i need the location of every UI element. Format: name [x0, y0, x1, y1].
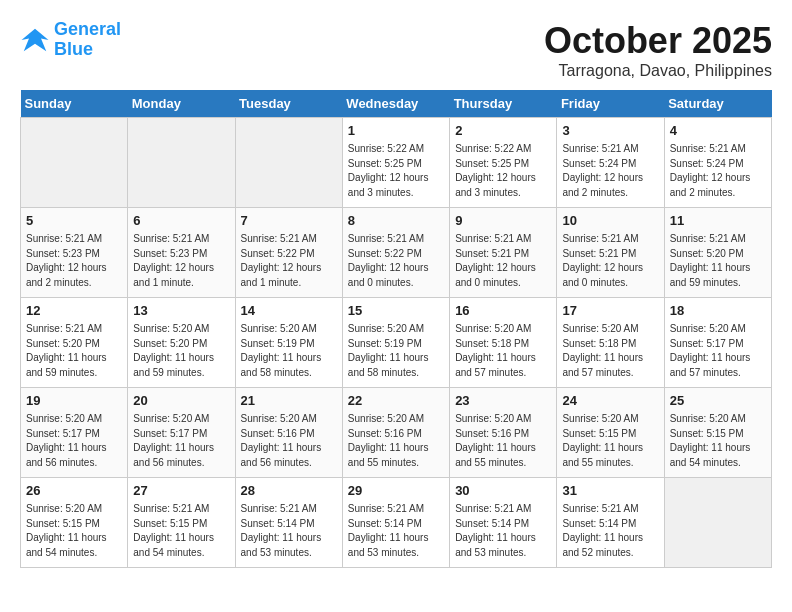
- day-number: 13: [133, 302, 229, 320]
- calendar-cell: 21 Sunrise: 5:20 AM Sunset: 5:16 PM Dayl…: [235, 388, 342, 478]
- day-number: 30: [455, 482, 551, 500]
- day-info: Sunrise: 5:21 AM Sunset: 5:24 PM Dayligh…: [670, 142, 766, 200]
- day-info: Sunrise: 5:20 AM Sunset: 5:16 PM Dayligh…: [348, 412, 444, 470]
- calendar-cell: 28 Sunrise: 5:21 AM Sunset: 5:14 PM Dayl…: [235, 478, 342, 568]
- day-info: Sunrise: 5:21 AM Sunset: 5:14 PM Dayligh…: [455, 502, 551, 560]
- logo-icon: [20, 25, 50, 55]
- day-number: 23: [455, 392, 551, 410]
- day-info: Sunrise: 5:20 AM Sunset: 5:20 PM Dayligh…: [133, 322, 229, 380]
- day-info: Sunrise: 5:20 AM Sunset: 5:15 PM Dayligh…: [26, 502, 122, 560]
- calendar-cell: 18 Sunrise: 5:20 AM Sunset: 5:17 PM Dayl…: [664, 298, 771, 388]
- day-info: Sunrise: 5:21 AM Sunset: 5:20 PM Dayligh…: [670, 232, 766, 290]
- weekday-header-thursday: Thursday: [450, 90, 557, 118]
- day-number: 31: [562, 482, 658, 500]
- day-info: Sunrise: 5:20 AM Sunset: 5:15 PM Dayligh…: [562, 412, 658, 470]
- calendar-cell: 3 Sunrise: 5:21 AM Sunset: 5:24 PM Dayli…: [557, 118, 664, 208]
- calendar-cell: 23 Sunrise: 5:20 AM Sunset: 5:16 PM Dayl…: [450, 388, 557, 478]
- day-number: 5: [26, 212, 122, 230]
- logo: General Blue: [20, 20, 121, 60]
- month-title: October 2025: [544, 20, 772, 62]
- day-info: Sunrise: 5:21 AM Sunset: 5:21 PM Dayligh…: [455, 232, 551, 290]
- logo-blue: Blue: [54, 39, 93, 59]
- day-number: 6: [133, 212, 229, 230]
- day-info: Sunrise: 5:21 AM Sunset: 5:23 PM Dayligh…: [133, 232, 229, 290]
- calendar-cell: 30 Sunrise: 5:21 AM Sunset: 5:14 PM Dayl…: [450, 478, 557, 568]
- calendar-cell: 31 Sunrise: 5:21 AM Sunset: 5:14 PM Dayl…: [557, 478, 664, 568]
- weekday-header-row: SundayMondayTuesdayWednesdayThursdayFrid…: [21, 90, 772, 118]
- calendar-cell: 10 Sunrise: 5:21 AM Sunset: 5:21 PM Dayl…: [557, 208, 664, 298]
- day-info: Sunrise: 5:20 AM Sunset: 5:18 PM Dayligh…: [455, 322, 551, 380]
- calendar-cell: 6 Sunrise: 5:21 AM Sunset: 5:23 PM Dayli…: [128, 208, 235, 298]
- day-info: Sunrise: 5:21 AM Sunset: 5:22 PM Dayligh…: [348, 232, 444, 290]
- day-number: 9: [455, 212, 551, 230]
- calendar-cell: 4 Sunrise: 5:21 AM Sunset: 5:24 PM Dayli…: [664, 118, 771, 208]
- day-info: Sunrise: 5:22 AM Sunset: 5:25 PM Dayligh…: [455, 142, 551, 200]
- day-info: Sunrise: 5:20 AM Sunset: 5:17 PM Dayligh…: [133, 412, 229, 470]
- day-info: Sunrise: 5:21 AM Sunset: 5:24 PM Dayligh…: [562, 142, 658, 200]
- day-number: 8: [348, 212, 444, 230]
- day-info: Sunrise: 5:21 AM Sunset: 5:14 PM Dayligh…: [241, 502, 337, 560]
- location: Tarragona, Davao, Philippines: [544, 62, 772, 80]
- calendar-cell: 25 Sunrise: 5:20 AM Sunset: 5:15 PM Dayl…: [664, 388, 771, 478]
- calendar-cell: [235, 118, 342, 208]
- calendar-cell: 27 Sunrise: 5:21 AM Sunset: 5:15 PM Dayl…: [128, 478, 235, 568]
- day-info: Sunrise: 5:20 AM Sunset: 5:18 PM Dayligh…: [562, 322, 658, 380]
- day-number: 26: [26, 482, 122, 500]
- calendar-cell: 1 Sunrise: 5:22 AM Sunset: 5:25 PM Dayli…: [342, 118, 449, 208]
- day-number: 29: [348, 482, 444, 500]
- day-number: 3: [562, 122, 658, 140]
- calendar-cell: 16 Sunrise: 5:20 AM Sunset: 5:18 PM Dayl…: [450, 298, 557, 388]
- day-number: 11: [670, 212, 766, 230]
- day-info: Sunrise: 5:20 AM Sunset: 5:17 PM Dayligh…: [26, 412, 122, 470]
- week-row-1: 1 Sunrise: 5:22 AM Sunset: 5:25 PM Dayli…: [21, 118, 772, 208]
- day-info: Sunrise: 5:22 AM Sunset: 5:25 PM Dayligh…: [348, 142, 444, 200]
- day-number: 10: [562, 212, 658, 230]
- day-number: 25: [670, 392, 766, 410]
- logo-text: General Blue: [54, 20, 121, 60]
- day-number: 7: [241, 212, 337, 230]
- day-info: Sunrise: 5:21 AM Sunset: 5:15 PM Dayligh…: [133, 502, 229, 560]
- day-number: 27: [133, 482, 229, 500]
- day-info: Sunrise: 5:20 AM Sunset: 5:16 PM Dayligh…: [241, 412, 337, 470]
- week-row-4: 19 Sunrise: 5:20 AM Sunset: 5:17 PM Dayl…: [21, 388, 772, 478]
- day-number: 24: [562, 392, 658, 410]
- calendar-cell: 2 Sunrise: 5:22 AM Sunset: 5:25 PM Dayli…: [450, 118, 557, 208]
- calendar-cell: [128, 118, 235, 208]
- day-info: Sunrise: 5:21 AM Sunset: 5:22 PM Dayligh…: [241, 232, 337, 290]
- calendar-cell: 12 Sunrise: 5:21 AM Sunset: 5:20 PM Dayl…: [21, 298, 128, 388]
- calendar-cell: 8 Sunrise: 5:21 AM Sunset: 5:22 PM Dayli…: [342, 208, 449, 298]
- calendar-table: SundayMondayTuesdayWednesdayThursdayFrid…: [20, 90, 772, 568]
- day-number: 14: [241, 302, 337, 320]
- day-number: 20: [133, 392, 229, 410]
- calendar-cell: 11 Sunrise: 5:21 AM Sunset: 5:20 PM Dayl…: [664, 208, 771, 298]
- day-number: 18: [670, 302, 766, 320]
- day-info: Sunrise: 5:20 AM Sunset: 5:15 PM Dayligh…: [670, 412, 766, 470]
- svg-marker-0: [22, 29, 49, 52]
- calendar-cell: 5 Sunrise: 5:21 AM Sunset: 5:23 PM Dayli…: [21, 208, 128, 298]
- weekday-header-tuesday: Tuesday: [235, 90, 342, 118]
- weekday-header-friday: Friday: [557, 90, 664, 118]
- calendar-cell: 15 Sunrise: 5:20 AM Sunset: 5:19 PM Dayl…: [342, 298, 449, 388]
- day-number: 12: [26, 302, 122, 320]
- calendar-cell: 7 Sunrise: 5:21 AM Sunset: 5:22 PM Dayli…: [235, 208, 342, 298]
- day-number: 17: [562, 302, 658, 320]
- day-info: Sunrise: 5:21 AM Sunset: 5:14 PM Dayligh…: [348, 502, 444, 560]
- calendar-cell: 14 Sunrise: 5:20 AM Sunset: 5:19 PM Dayl…: [235, 298, 342, 388]
- calendar-cell: 29 Sunrise: 5:21 AM Sunset: 5:14 PM Dayl…: [342, 478, 449, 568]
- calendar-cell: 17 Sunrise: 5:20 AM Sunset: 5:18 PM Dayl…: [557, 298, 664, 388]
- calendar-cell: [21, 118, 128, 208]
- day-number: 1: [348, 122, 444, 140]
- calendar-cell: 22 Sunrise: 5:20 AM Sunset: 5:16 PM Dayl…: [342, 388, 449, 478]
- day-number: 15: [348, 302, 444, 320]
- week-row-2: 5 Sunrise: 5:21 AM Sunset: 5:23 PM Dayli…: [21, 208, 772, 298]
- day-info: Sunrise: 5:21 AM Sunset: 5:14 PM Dayligh…: [562, 502, 658, 560]
- weekday-header-sunday: Sunday: [21, 90, 128, 118]
- calendar-cell: 26 Sunrise: 5:20 AM Sunset: 5:15 PM Dayl…: [21, 478, 128, 568]
- calendar-cell: 20 Sunrise: 5:20 AM Sunset: 5:17 PM Dayl…: [128, 388, 235, 478]
- day-info: Sunrise: 5:21 AM Sunset: 5:21 PM Dayligh…: [562, 232, 658, 290]
- day-number: 22: [348, 392, 444, 410]
- day-info: Sunrise: 5:21 AM Sunset: 5:23 PM Dayligh…: [26, 232, 122, 290]
- day-info: Sunrise: 5:20 AM Sunset: 5:19 PM Dayligh…: [348, 322, 444, 380]
- day-number: 4: [670, 122, 766, 140]
- day-number: 28: [241, 482, 337, 500]
